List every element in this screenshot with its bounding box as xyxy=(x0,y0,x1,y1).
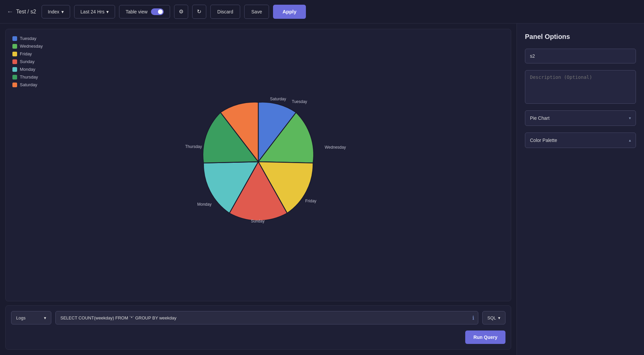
logs-chevron-icon: ▾ xyxy=(44,315,46,320)
legend: Tuesday Wednesday Friday Sunday Monday xyxy=(12,36,43,87)
tableview-label: Table view xyxy=(125,9,147,14)
logs-label: Logs xyxy=(16,315,25,320)
main-layout: Tuesday Wednesday Friday Sunday Monday xyxy=(0,23,644,355)
query-input-wrapper: ℹ xyxy=(55,311,478,324)
color-palette-label: Color Palette xyxy=(530,138,557,143)
query-bar: Logs ▾ ℹ SQL ▾ Run Query xyxy=(5,305,511,350)
sql-label: SQL xyxy=(487,315,496,320)
legend-label-tuesday: Tuesday xyxy=(20,36,36,41)
tableview-button[interactable]: Table view xyxy=(119,5,170,18)
topbar: ← Test / s2 Index ▾ Last 24 Hrs ▾ Table … xyxy=(0,0,644,23)
chart-type-label: Pie Chart xyxy=(530,115,549,121)
pie-label-wednesday: Wednesday xyxy=(325,145,346,150)
panel-description-input[interactable] xyxy=(525,70,636,104)
legend-color-thursday xyxy=(12,75,17,80)
pie-label-monday: Monday xyxy=(197,202,212,207)
query-section: Logs ▾ ℹ SQL ▾ Run Query xyxy=(5,305,511,350)
legend-color-tuesday xyxy=(12,36,17,41)
index-chevron-icon: ▾ xyxy=(61,9,64,14)
legend-item-thursday: Thursday xyxy=(12,74,43,80)
legend-item-wednesday: Wednesday xyxy=(12,44,43,49)
legend-color-friday xyxy=(12,52,17,56)
sql-chevron-icon: ▾ xyxy=(498,315,500,320)
legend-item-friday: Friday xyxy=(12,51,43,56)
discard-button[interactable]: Discard xyxy=(210,5,240,19)
legend-label-monday: Monday xyxy=(20,67,35,72)
toggle-switch xyxy=(151,8,164,15)
panel-name-input[interactable] xyxy=(525,49,636,63)
color-palette-select[interactable]: Color Palette ▴ xyxy=(525,133,636,148)
legend-label-wednesday: Wednesday xyxy=(20,44,43,49)
timerange-button[interactable]: Last 24 Hrs ▾ xyxy=(74,5,115,18)
panel-title: Panel Options xyxy=(525,33,636,41)
legend-item-monday: Monday xyxy=(12,67,43,72)
sql-button[interactable]: SQL ▾ xyxy=(482,311,505,324)
logs-select[interactable]: Logs ▾ xyxy=(11,311,51,324)
pie-label-sunday: Sunday xyxy=(251,219,265,223)
chart-type-chevron-icon: ▾ xyxy=(629,116,631,120)
index-label: Index xyxy=(48,9,59,14)
legend-label-sunday: Sunday xyxy=(20,59,35,64)
apply-button[interactable]: Apply xyxy=(273,5,306,19)
refresh-icon: ↻ xyxy=(197,8,201,15)
pie-chart xyxy=(195,98,322,225)
refresh-button[interactable]: ↻ xyxy=(192,5,206,19)
query-input[interactable] xyxy=(55,311,478,324)
right-panel: Panel Options Pie Chart ▾ Color Palette … xyxy=(517,23,644,355)
timerange-chevron-icon: ▾ xyxy=(106,9,109,14)
pie-label-saturday: Saturday xyxy=(270,97,286,101)
legend-item-tuesday: Tuesday xyxy=(12,36,43,41)
legend-item-saturday: Saturday xyxy=(12,82,43,87)
run-query-button[interactable]: Run Query xyxy=(465,331,505,344)
pie-label-tuesday: Tuesday xyxy=(292,99,307,104)
back-button[interactable]: ← Test / s2 xyxy=(7,8,36,15)
chart-type-select[interactable]: Pie Chart ▾ xyxy=(525,110,636,126)
topbar-controls: Index ▾ Last 24 Hrs ▾ Table view ⚙ ↻ Dis… xyxy=(42,5,306,19)
pie-label-thursday: Thursday xyxy=(185,144,202,149)
info-icon: ℹ xyxy=(472,315,474,321)
legend-label-thursday: Thursday xyxy=(20,74,38,80)
pie-label-friday: Friday xyxy=(305,199,316,203)
back-arrow-icon: ← xyxy=(7,8,13,15)
legend-color-wednesday xyxy=(12,44,17,49)
settings-icon: ⚙ xyxy=(179,8,183,15)
legend-label-friday: Friday xyxy=(20,51,32,56)
legend-color-saturday xyxy=(12,83,17,87)
left-panel: Tuesday Wednesday Friday Sunday Monday xyxy=(0,23,517,355)
topbar-title: Test / s2 xyxy=(16,9,36,15)
legend-color-sunday xyxy=(12,59,17,64)
legend-label-saturday: Saturday xyxy=(20,82,37,87)
legend-item-sunday: Sunday xyxy=(12,59,43,64)
run-query-row: Run Query xyxy=(11,328,505,344)
query-row: Logs ▾ ℹ SQL ▾ xyxy=(11,311,505,324)
legend-color-monday xyxy=(12,67,17,72)
pie-chart-wrapper: Saturday Tuesday Wednesday Friday Sunday… xyxy=(188,95,329,236)
index-button[interactable]: Index ▾ xyxy=(42,5,70,18)
chart-container: Tuesday Wednesday Friday Sunday Monday xyxy=(5,29,511,301)
timerange-label: Last 24 Hrs xyxy=(80,9,105,14)
color-palette-chevron-icon: ▴ xyxy=(629,138,631,143)
save-button[interactable]: Save xyxy=(244,5,269,19)
settings-button[interactable]: ⚙ xyxy=(174,5,188,19)
